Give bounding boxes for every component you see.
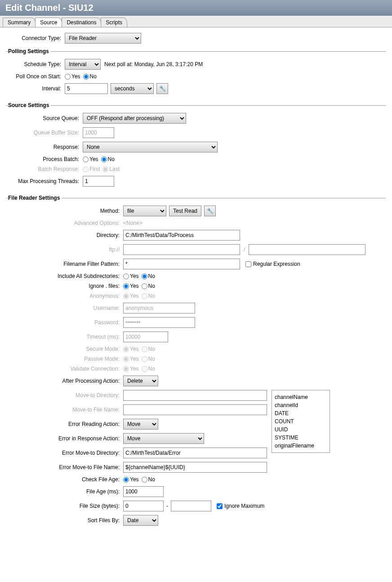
ftp-path-input [249, 244, 365, 255]
connector-type-select[interactable]: File Reader [65, 33, 141, 44]
var-channelid[interactable]: channelId [275, 401, 327, 409]
buffer-size-input [83, 127, 114, 138]
secure-mode-yes: Yes [123, 346, 139, 352]
connector-type-label: Connector Type: [6, 35, 65, 41]
after-action-label: After Processing Action: [6, 378, 123, 384]
variable-list[interactable]: channelName channelId DATE COUNT UUID SY… [272, 390, 330, 453]
interval-settings-button[interactable]: 🔧 [156, 83, 168, 94]
method-settings-button[interactable]: 🔧 [204, 206, 216, 216]
ftp-label: ftp:// [6, 246, 123, 253]
method-label: Method: [6, 208, 123, 214]
regex-checkbox[interactable]: Regular Expression [245, 261, 300, 267]
process-batch-yes[interactable]: Yes [83, 156, 98, 162]
source-queue-label: Source Queue: [6, 115, 83, 121]
validate-conn-no: No [142, 366, 155, 372]
include-subs-label: Include All Subdirectories: [6, 273, 123, 279]
file-age-label: File Age (ms): [6, 488, 123, 495]
response-label: Response: [6, 144, 83, 150]
include-subs-no[interactable]: No [142, 273, 155, 279]
include-subs-yes[interactable]: Yes [123, 273, 139, 279]
file-size-max-input [171, 501, 211, 511]
move-dir-label: Move-to Directory: [6, 392, 123, 398]
method-select[interactable]: file [123, 206, 166, 216]
file-size-min-input[interactable] [123, 501, 164, 511]
check-age-label: Check File Age: [6, 476, 123, 483]
after-action-select[interactable]: Delete [123, 376, 158, 386]
source-queue-select[interactable]: OFF (Respond after processing) [83, 113, 186, 124]
move-file-label: Move-to File Name: [6, 407, 123, 413]
check-age-no[interactable]: No [142, 476, 155, 483]
wrench-icon: 🔧 [207, 208, 214, 214]
file-reader-settings: File Reader Settings Method: file Test R… [6, 195, 386, 529]
process-batch-no[interactable]: No [101, 156, 115, 162]
next-poll-text: Next poll at: Monday, Jun 28, 3:17:20 PM [104, 61, 203, 67]
validate-conn-yes: Yes [123, 366, 139, 372]
anonymous-no: No [142, 293, 155, 299]
ignore-max-checkbox[interactable]: Ignore Maximum [217, 503, 264, 509]
response-select[interactable]: None [83, 142, 218, 152]
poll-once-yes[interactable]: Yes [65, 73, 80, 80]
max-threads-label: Max Processing Threads: [6, 178, 83, 184]
schedule-type-select[interactable]: Interval [65, 59, 101, 70]
username-label: Username: [6, 305, 123, 311]
var-origfilename[interactable]: originalFilename [275, 442, 327, 450]
batch-response-first: First [83, 166, 100, 172]
move-file-input [123, 404, 267, 415]
var-date[interactable]: DATE [275, 409, 327, 417]
sort-by-select[interactable]: Date [123, 515, 158, 526]
interval-label: Interval: [6, 85, 65, 92]
ftp-slash: / [244, 246, 245, 253]
adv-options-label: Advanced Options: [6, 220, 123, 226]
filter-input[interactable] [123, 259, 240, 269]
tab-destinations[interactable]: Destinations [62, 18, 101, 27]
directory-input[interactable] [123, 230, 240, 241]
poll-once-no[interactable]: No [83, 73, 97, 80]
err-resp-label: Error in Response Action: [6, 435, 123, 442]
batch-response-label: Batch Response: [6, 166, 83, 172]
var-uuid[interactable]: UUID [275, 425, 327, 434]
filter-label: Filename Filter Pattern: [6, 261, 123, 267]
ignore-dot-yes[interactable]: Yes [123, 283, 139, 289]
ignore-dot-label: Ignore . files: [6, 283, 123, 289]
err-move-dir-input[interactable] [123, 448, 267, 458]
tab-source[interactable]: Source [35, 18, 62, 27]
file-size-label: File Size (bytes): [6, 503, 123, 509]
schedule-type-label: Schedule Type: [6, 61, 65, 67]
var-channelname[interactable]: channelName [275, 393, 327, 401]
ignore-dot-no[interactable]: No [142, 283, 155, 289]
tab-scripts[interactable]: Scripts [101, 18, 127, 27]
password-input [123, 317, 195, 328]
passive-mode-yes: Yes [123, 356, 139, 362]
file-size-dash: - [166, 503, 168, 509]
anonymous-yes: Yes [123, 293, 139, 299]
err-move-file-label: Error Move-to File Name: [6, 464, 123, 470]
err-resp-select[interactable]: Move [123, 433, 204, 444]
var-count[interactable]: COUNT [275, 417, 327, 425]
check-age-yes[interactable]: Yes [123, 476, 139, 483]
interval-input[interactable] [65, 83, 108, 94]
source-settings: Source Settings Source Queue: OFF (Respo… [6, 102, 386, 190]
var-systime[interactable]: SYSTIME [275, 434, 327, 442]
max-threads-input[interactable] [83, 176, 114, 187]
move-dir-input [123, 390, 267, 401]
sort-by-label: Sort Files By: [6, 517, 123, 524]
file-age-input[interactable] [123, 486, 164, 497]
interval-unit-select[interactable]: seconds [111, 83, 154, 94]
wrench-icon: 🔧 [159, 85, 166, 92]
secure-mode-label: Secure Mode: [6, 346, 123, 352]
password-label: Password: [6, 319, 123, 326]
tab-summary[interactable]: Summary [3, 18, 36, 27]
buffer-size-label: Queue Buffer Size: [6, 130, 83, 136]
err-move-file-input[interactable] [123, 462, 267, 473]
validate-conn-label: Validate Connection: [6, 366, 123, 372]
polling-legend: Polling Settings [8, 48, 51, 54]
process-batch-label: Process Batch: [6, 156, 83, 162]
err-read-label: Error Reading Action: [6, 421, 123, 427]
passive-mode-no: No [142, 356, 155, 362]
ftp-host-input [123, 244, 240, 255]
batch-response-last: Last [102, 166, 120, 172]
err-read-select[interactable]: Move [123, 419, 158, 430]
timeout-input [123, 331, 168, 342]
reader-legend: File Reader Settings [8, 195, 62, 201]
test-read-button[interactable]: Test Read [169, 206, 201, 216]
